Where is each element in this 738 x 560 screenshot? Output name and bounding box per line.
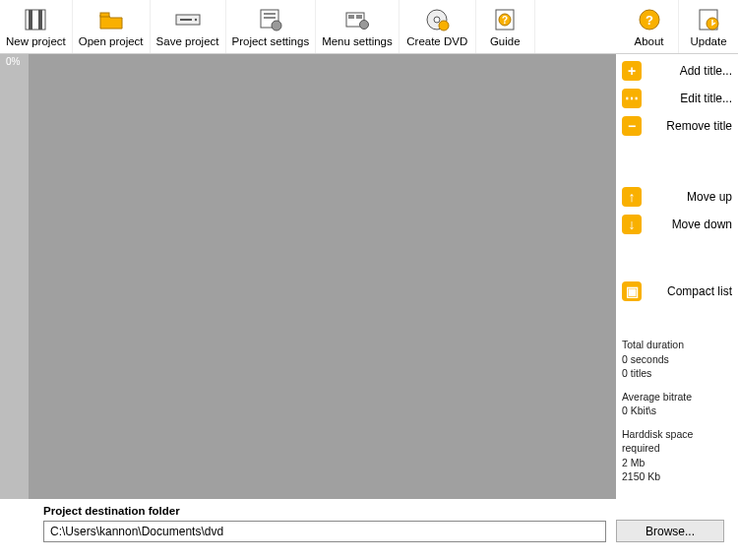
svg-rect-1: [29, 10, 32, 30]
remove-title-button[interactable]: − Remove title: [622, 115, 732, 137]
compact-icon: ▣: [622, 281, 642, 301]
new-project-button[interactable]: New project: [0, 0, 73, 53]
project-settings-label: Project settings: [232, 35, 310, 47]
duration-value: 0 seconds: [622, 352, 732, 366]
svg-point-10: [272, 21, 281, 31]
svg-rect-9: [264, 17, 276, 19]
menu-settings-label: Menu settings: [322, 35, 393, 47]
svg-point-16: [434, 17, 440, 23]
about-label: About: [634, 35, 663, 47]
progress-label: 0%: [6, 56, 20, 67]
move-down-button[interactable]: ↓ Move down: [622, 214, 732, 235]
new-project-icon: [22, 6, 49, 33]
about-icon: ?: [636, 6, 663, 33]
update-icon: [695, 6, 722, 33]
destination-label: Project destination folder: [43, 505, 724, 517]
folder-open-icon: [97, 6, 125, 33]
svg-rect-13: [356, 15, 362, 19]
svg-rect-5: [180, 19, 192, 21]
space-value1: 2 Mb: [622, 456, 732, 469]
dvd-icon: [423, 6, 451, 33]
move-up-button[interactable]: ↑ Move up: [622, 186, 732, 208]
project-settings-button[interactable]: Project settings: [226, 0, 317, 53]
about-button[interactable]: ? About: [620, 0, 679, 53]
toolbar: New project Open project Save project Pr…: [0, 0, 738, 54]
save-project-button[interactable]: Save project: [151, 0, 226, 53]
bitrate-value: 0 Kbit\s: [622, 404, 732, 417]
update-label: Update: [690, 35, 726, 47]
main-area: 0% + Add title... ⋯ Edit title... − Remo…: [0, 54, 738, 499]
open-project-label: Open project: [79, 35, 144, 47]
guide-button[interactable]: ? Guide: [476, 0, 535, 53]
svg-rect-8: [264, 13, 276, 15]
guide-icon: ?: [491, 6, 519, 33]
browse-button[interactable]: Browse...: [616, 520, 724, 542]
titles-value: 0 titles: [622, 366, 732, 380]
move-up-label: Move up: [649, 190, 732, 204]
svg-text:?: ?: [502, 15, 508, 26]
guide-label: Guide: [490, 35, 521, 47]
edit-title-button[interactable]: ⋯ Edit title...: [622, 88, 732, 109]
arrow-down-icon: ↓: [622, 215, 642, 234]
svg-point-6: [194, 19, 196, 21]
menu-settings-button[interactable]: Menu settings: [316, 0, 400, 53]
plus-icon: +: [622, 61, 642, 81]
remove-title-label: Remove title: [649, 119, 732, 133]
menu-settings-icon: [343, 6, 371, 33]
side-panel: + Add title... ⋯ Edit title... − Remove …: [616, 54, 738, 499]
svg-point-14: [359, 21, 368, 30]
svg-point-17: [439, 21, 449, 31]
move-down-label: Move down: [649, 218, 732, 231]
create-dvd-button[interactable]: Create DVD: [400, 0, 476, 53]
progress-bar: 0%: [0, 54, 30, 499]
duration-label: Total duration: [622, 338, 732, 351]
edit-title-label: Edit title...: [649, 92, 732, 105]
svg-text:?: ?: [646, 13, 653, 28]
compact-list-label: Compact list: [649, 284, 732, 298]
stats-block: Total duration 0 seconds 0 titles Averag…: [622, 338, 732, 493]
svg-rect-12: [348, 15, 354, 19]
add-title-label: Add title...: [649, 64, 732, 78]
title-list-area[interactable]: [30, 54, 616, 499]
open-project-button[interactable]: Open project: [73, 0, 151, 53]
space-value2: 2150 Kb: [622, 469, 732, 483]
toolbar-spacer: [535, 0, 620, 53]
svg-rect-3: [100, 13, 109, 17]
new-project-label: New project: [6, 35, 66, 47]
destination-input[interactable]: [43, 521, 606, 542]
bitrate-label: Average bitrate: [622, 390, 732, 404]
save-project-label: Save project: [156, 35, 219, 47]
arrow-up-icon: ↑: [622, 187, 642, 207]
destination-section: Project destination folder Browse...: [0, 499, 738, 556]
svg-rect-2: [38, 10, 42, 30]
create-dvd-label: Create DVD: [406, 35, 467, 47]
edit-icon: ⋯: [622, 89, 642, 108]
side-actions: + Add title... ⋯ Edit title... − Remove …: [622, 60, 732, 302]
disk-drive-icon: [174, 6, 202, 33]
add-title-button[interactable]: + Add title...: [622, 60, 732, 82]
minus-icon: −: [622, 116, 642, 136]
compact-list-button[interactable]: ▣ Compact list: [622, 280, 732, 302]
space-label: Harddisk space required: [622, 427, 732, 455]
update-button[interactable]: Update: [679, 0, 738, 53]
project-settings-icon: [257, 6, 284, 33]
